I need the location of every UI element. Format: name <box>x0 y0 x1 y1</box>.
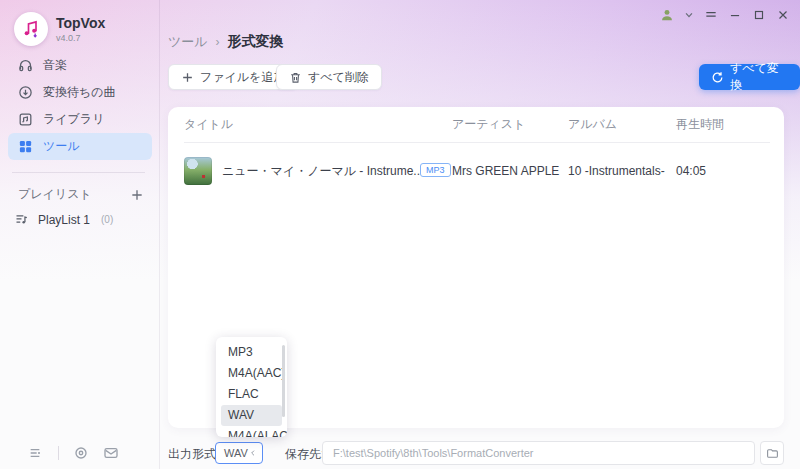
column-header-artist: アーティスト <box>452 116 568 133</box>
chevron-left-icon <box>249 449 257 457</box>
breadcrumb-separator: › <box>216 35 220 49</box>
sidebar-item-label: ツール <box>43 138 80 155</box>
playlist-header-label: プレイリスト <box>18 186 92 203</box>
add-playlist-button[interactable] <box>129 187 145 203</box>
breadcrumb-parent[interactable]: ツール <box>168 33 208 51</box>
playlist-count: (0) <box>101 214 113 225</box>
sidebar-item-music[interactable]: 音楽 <box>8 52 152 79</box>
output-format-select[interactable]: WAV <box>215 442 263 464</box>
sidebar-footer <box>28 445 119 461</box>
column-header-album: アルバム <box>568 116 676 133</box>
output-format-value: WAV <box>224 447 248 459</box>
app-version: v4.0.7 <box>56 33 105 43</box>
sidebar-divider <box>12 172 145 173</box>
sidebar-item-label: 音楽 <box>43 57 67 74</box>
dropdown-option-mp3[interactable]: MP3 <box>216 342 287 363</box>
delete-all-button[interactable]: すべて削除 <box>276 64 382 90</box>
table-row[interactable]: ニュー・マイ・ノーマル - Instrume... MP3 Mrs GREEN … <box>184 151 770 191</box>
gear-icon[interactable] <box>73 445 89 461</box>
mail-icon[interactable] <box>103 445 119 461</box>
sidebar-item-pending-songs[interactable]: 変換待ちの曲 <box>8 79 152 106</box>
trash-icon <box>289 71 302 84</box>
column-header-duration: 再生時間 <box>676 116 756 133</box>
footer-divider <box>58 446 59 460</box>
menu-icon[interactable] <box>704 8 718 22</box>
column-header-title: タイトル <box>184 116 452 133</box>
plus-icon <box>181 71 194 84</box>
library-icon <box>18 112 33 127</box>
titlebar-controls <box>660 8 790 22</box>
sidebar-item-library[interactable]: ライブラリ <box>8 106 152 133</box>
logo-music-note-icon <box>14 12 48 46</box>
output-format-label: 出力形式: <box>168 446 219 463</box>
grid-icon <box>18 139 33 154</box>
playlist-name: PlayList 1 <box>38 213 90 227</box>
sidebar-nav: 音楽 変換待ちの曲 ライブラリ <box>8 52 152 160</box>
save-path-input[interactable]: F:\test\Spotify\8th\Tools\FormatConverte… <box>322 441 755 465</box>
minimize-icon[interactable] <box>728 8 742 22</box>
maximize-icon[interactable] <box>752 8 766 22</box>
app-name: TopVox <box>56 15 105 31</box>
sidebar-item-label: ライブラリ <box>43 111 104 128</box>
track-artist: Mrs GREEN APPLE <box>452 164 568 178</box>
format-badge: MP3 <box>420 163 451 177</box>
convert-all-label: すべて変換 <box>730 60 788 94</box>
track-album: 10 -Instrumentals- <box>568 164 676 178</box>
footer-bar: 出力形式: WAV 保存先: F:\test\Spotify\8th\Tools… <box>160 437 800 469</box>
dropdown-scrollbar[interactable] <box>282 345 285 417</box>
folder-icon <box>766 447 779 460</box>
download-circle-icon <box>18 85 33 100</box>
user-avatar-icon[interactable] <box>660 8 674 22</box>
sidebar: TopVox v4.0.7 音楽 変換待ちの曲 <box>0 0 160 469</box>
dropdown-option-flac[interactable]: FLAC <box>216 384 287 405</box>
app-window: TopVox v4.0.7 音楽 変換待ちの曲 <box>0 0 800 469</box>
dropdown-option-m4a-aac[interactable]: M4A(AAC) <box>216 363 287 384</box>
sidebar-item-playlist-1[interactable]: PlayList 1 (0) <box>14 212 113 227</box>
delete-all-label: すべて削除 <box>308 69 369 86</box>
album-art-thumbnail <box>184 157 212 185</box>
sidebar-item-tools[interactable]: ツール <box>8 133 152 160</box>
headphones-icon <box>18 58 33 73</box>
dropdown-option-wav[interactable]: WAV <box>221 405 282 426</box>
dropdown-option-m4a-alac[interactable]: M4A(ALAC) <box>216 426 287 437</box>
chevron-down-icon[interactable] <box>684 10 694 20</box>
refresh-icon <box>711 71 724 84</box>
save-path-value: F:\test\Spotify\8th\Tools\FormatConverte… <box>333 447 534 459</box>
format-dropdown-menu: MP3 M4A(AAC) FLAC WAV M4A(ALAC) <box>216 337 287 437</box>
page-title: 形式変換 <box>228 33 284 51</box>
save-path-label: 保存先: <box>285 446 324 463</box>
add-files-label: ファイルを追加 <box>200 69 285 86</box>
sidebar-item-label: 変換待ちの曲 <box>43 84 116 101</box>
track-title: ニュー・マイ・ノーマル - Instrume... <box>222 163 422 180</box>
queue-list-icon[interactable] <box>28 445 44 461</box>
convert-all-button[interactable]: すべて変換 <box>699 64 800 90</box>
breadcrumb: ツール › 形式変換 <box>168 33 284 51</box>
track-duration: 04:05 <box>676 164 756 178</box>
table-header-row: タイトル アーティスト アルバム 再生時間 <box>184 107 770 143</box>
browse-folder-button[interactable] <box>760 441 784 465</box>
close-icon[interactable] <box>776 8 790 22</box>
app-logo: TopVox v4.0.7 <box>14 12 105 46</box>
playlist-section-header: プレイリスト <box>18 186 145 203</box>
playlist-icon <box>14 212 29 227</box>
